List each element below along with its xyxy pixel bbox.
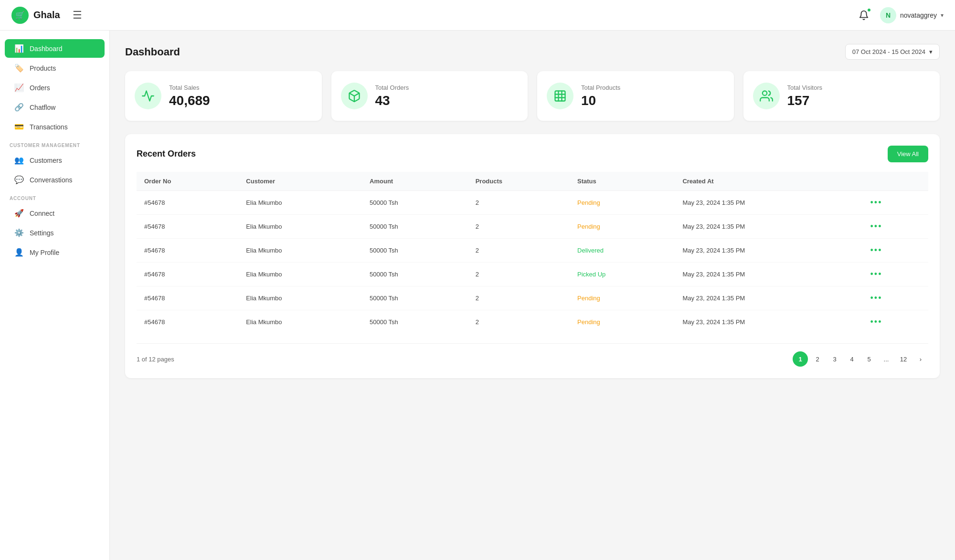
cell-amount: 50000 Tsh [362,263,468,286]
cell-customer: Elia Mkumbo [238,191,362,215]
user-name: novataggrey [900,11,937,19]
total-sales-label: Total Sales [169,84,210,91]
stat-card-total-orders: Total Orders 43 [331,71,528,121]
page-btn-4[interactable]: 4 [844,351,860,367]
cell-amount: 50000 Tsh [362,191,468,215]
total-products-label: Total Products [581,84,620,91]
transactions-icon: 💳 [14,122,24,131]
cell-actions[interactable]: ••• [863,286,928,310]
sidebar-item-chatflow[interactable]: 🔗 Chatflow [5,98,105,116]
stat-card-total-sales: Total Sales 40,689 [125,71,322,121]
customers-icon: 👥 [14,156,24,165]
cell-order-no: #54678 [137,286,238,310]
sidebar-item-label: Connect [30,210,54,217]
recent-orders-title: Recent Orders [137,149,196,159]
recent-orders-section: Recent Orders View All Order No Customer… [125,134,940,378]
total-orders-value: 43 [375,93,409,108]
stat-card-total-visitors: Total Visitors 157 [743,71,940,121]
cell-products: 2 [468,191,570,215]
sidebar-item-label: Chatflow [30,104,55,111]
sidebar-item-connect[interactable]: 🚀 Connect [5,204,105,222]
orders-icon: 📈 [14,83,24,92]
cell-status: Pending [570,215,675,239]
cell-actions[interactable]: ••• [863,310,928,334]
main-content: Dashboard 07 Oct 2024 - 15 Oct 2024 ▾ To… [110,31,955,560]
hamburger-menu[interactable]: ☰ [73,9,82,21]
cell-customer: Elia Mkumbo [238,215,362,239]
page-btn-2[interactable]: 2 [810,351,825,367]
date-range-arrow-icon: ▾ [929,48,933,55]
page-btn-12[interactable]: 12 [896,351,911,367]
date-range-text: 07 Oct 2024 - 15 Oct 2024 [852,48,925,55]
total-sales-icon [135,83,161,109]
sidebar-item-settings[interactable]: ⚙️ Settings [5,223,105,242]
status-badge: Pending [577,295,600,302]
col-amount: Amount [362,172,468,191]
table-row: #54678 Elia Mkumbo 50000 Tsh 2 Delivered… [137,239,928,263]
total-sales-info: Total Sales 40,689 [169,84,210,108]
cell-actions[interactable]: ••• [863,215,928,239]
status-badge: Pending [577,318,600,326]
svg-rect-1 [555,91,565,101]
status-badge: Delivered [577,247,604,254]
cell-actions[interactable]: ••• [863,263,928,286]
sidebar-item-label: Dashboard [30,45,63,53]
dashboard-header: Dashboard 07 Oct 2024 - 15 Oct 2024 ▾ [125,44,940,60]
row-more-button[interactable]: ••• [870,198,882,207]
pagination-row: 1 of 12 pages 12345...12› [137,343,928,367]
total-visitors-value: 157 [787,93,822,108]
view-all-button[interactable]: View All [888,146,928,162]
sidebar-item-label: Transactions [30,123,68,131]
table-row: #54678 Elia Mkumbo 50000 Tsh 2 Pending M… [137,215,928,239]
row-more-button[interactable]: ••• [870,222,882,231]
pagination-next-button[interactable]: › [913,351,928,367]
cell-order-no: #54678 [137,215,238,239]
sidebar-item-converastions[interactable]: 💬 Converastions [5,170,105,189]
total-orders-icon [341,83,368,109]
cell-actions[interactable]: ••• [863,239,928,263]
date-range-button[interactable]: 07 Oct 2024 - 15 Oct 2024 ▾ [845,44,940,60]
cell-customer: Elia Mkumbo [238,310,362,334]
cell-status: Pending [570,191,675,215]
cell-created-at: May 23, 2024 1:35 PM [675,215,862,239]
cell-status: Pending [570,286,675,310]
sidebar-item-customers[interactable]: 👥 Customers [5,151,105,169]
svg-point-6 [762,91,766,95]
sidebar-item-products[interactable]: 🏷️ Products [5,59,105,77]
page-btn-1[interactable]: 1 [793,351,808,367]
row-more-button[interactable]: ••• [870,317,882,327]
sidebar-item-dashboard[interactable]: 📊 Dashboard [5,39,105,58]
cell-products: 2 [468,215,570,239]
page-btn-3[interactable]: 3 [827,351,842,367]
status-badge: Pending [577,223,600,230]
sidebar-item-label: My Profile [30,249,59,256]
sidebar-item-orders[interactable]: 📈 Orders [5,78,105,97]
top-header: 🛒 Ghala ☰ N novataggrey ▾ [0,0,955,31]
total-orders-info: Total Orders 43 [375,84,409,108]
cell-amount: 50000 Tsh [362,215,468,239]
total-orders-label: Total Orders [375,84,409,91]
row-more-button[interactable]: ••• [870,245,882,255]
cell-actions[interactable]: ••• [863,191,928,215]
user-menu[interactable]: N novataggrey ▾ [880,7,944,23]
sidebar-item-transactions[interactable]: 💳 Transactions [5,117,105,136]
page-btn-5[interactable]: 5 [861,351,877,367]
products-icon: 🏷️ [14,63,24,73]
cell-order-no: #54678 [137,191,238,215]
logo-text: Ghala [33,10,60,21]
table-row: #54678 Elia Mkumbo 50000 Tsh 2 Picked Up… [137,263,928,286]
sidebar-item-label: Converastions [30,176,73,184]
status-badge: Picked Up [577,271,605,278]
orders-table-header-row: Order No Customer Amount Products Status… [137,172,928,191]
notification-button[interactable] [855,7,872,24]
sidebar-item-my-profile[interactable]: 👤 My Profile [5,243,105,262]
cell-created-at: May 23, 2024 1:35 PM [675,310,862,334]
row-more-button[interactable]: ••• [870,269,882,279]
cell-order-no: #54678 [137,263,238,286]
row-more-button[interactable]: ••• [870,293,882,303]
col-status: Status [570,172,675,191]
cell-order-no: #54678 [137,239,238,263]
col-order-no: Order No [137,172,238,191]
orders-table: Order No Customer Amount Products Status… [137,172,928,334]
cell-status: Pending [570,310,675,334]
